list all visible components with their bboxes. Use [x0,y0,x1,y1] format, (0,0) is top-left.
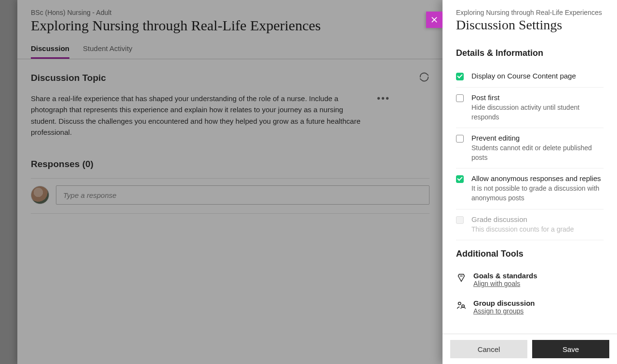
group-link[interactable]: Assign to groups [473,307,535,315]
group-icon [456,300,467,311]
goals-title: Goals & standards [473,272,537,280]
response-compose-row: Type a response [31,178,429,214]
tools-heading: Additional Tools [456,249,604,259]
tab-discussion[interactable]: Discussion [31,44,69,59]
close-button[interactable] [426,12,443,28]
checkbox-prevent-editing[interactable] [456,135,464,143]
label-grade-discussion: Grade discussion [471,215,604,223]
label-prevent-editing: Prevent editing [471,134,604,142]
setting-display-on-content: Display on Course Content page [456,66,604,88]
checkbox-post-first[interactable] [456,94,464,102]
topic-body: Share a real-life experience that has sh… [31,93,368,138]
settings-scroll: Details & Information Display on Course … [443,38,617,334]
cancel-button[interactable]: Cancel [450,340,527,358]
response-input[interactable]: Type a response [56,185,429,205]
settings-footer: Cancel Save [443,334,617,364]
setting-grade-discussion: Grade discussion This discussion counts … [456,209,604,241]
setting-allow-anonymous: Allow anonymous responses and replies It… [456,169,604,209]
sub-grade-discussion: This discussion counts for a grade [471,225,604,234]
sub-allow-anonymous: It is not possible to grade a discussion… [471,184,604,203]
far-left-sidebar [0,0,17,364]
label-allow-anonymous: Allow anonymous responses and replies [471,174,604,182]
checkbox-display-on-content[interactable] [456,73,464,80]
goals-link[interactable]: Align with goals [473,280,537,287]
tool-group-discussion: Group discussion Assign to groups [456,294,604,322]
label-post-first: Post first [471,93,604,102]
svg-point-2 [458,302,461,305]
responses-heading: Responses (0) [31,159,429,169]
refresh-icon[interactable] [419,72,429,84]
details-heading: Details & Information [456,48,604,58]
checkbox-grade-discussion [456,216,464,224]
avatar [31,186,49,204]
group-title: Group discussion [473,299,535,307]
setting-post-first: Post first Hide discussion activity unti… [456,88,604,128]
settings-title: Discussion Settings [456,17,604,33]
response-placeholder: Type a response [63,191,117,199]
tool-goals-standards: Goals & standards Align with goals [456,267,604,294]
discussion-main-column: Discussion Topic Share a real-life exper… [31,72,443,214]
setting-prevent-editing: Prevent editing Students cannot edit or … [456,128,604,169]
tab-student-activity[interactable]: Student Activity [83,44,133,59]
more-options-icon[interactable]: ••• [377,93,390,104]
save-button[interactable]: Save [532,340,609,358]
sub-prevent-editing: Students cannot edit or delete published… [471,143,604,162]
settings-header: Exploring Nursing through Real-Life Expe… [443,0,617,38]
checkbox-allow-anonymous[interactable] [456,175,464,183]
goals-icon [456,273,467,283]
settings-subtitle: Exploring Nursing through Real-Life Expe… [456,9,604,16]
settings-panel: Exploring Nursing through Real-Life Expe… [443,0,617,364]
topic-heading: Discussion Topic [31,73,106,83]
label-display-on-content: Display on Course Content page [471,72,604,80]
sub-post-first: Hide discussion activity until student r… [471,103,604,122]
